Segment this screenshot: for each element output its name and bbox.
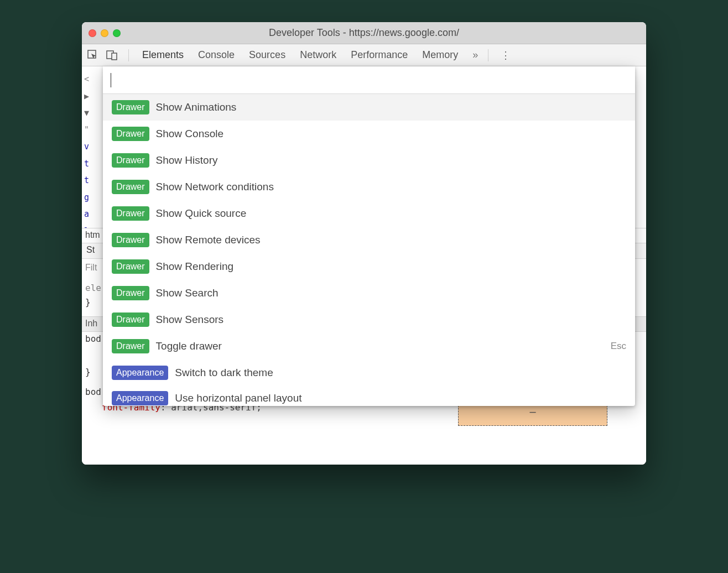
command-menu-item[interactable]: DrawerShow Sensors (103, 306, 635, 333)
command-badge: Drawer (112, 233, 149, 247)
command-label: Show History (156, 154, 626, 166)
command-label: Show Search (156, 287, 626, 299)
more-tabs-icon[interactable]: » (472, 49, 478, 61)
device-toggle-icon[interactable] (106, 50, 118, 61)
command-menu-item[interactable]: AppearanceSwitch to dark theme (103, 360, 635, 386)
svg-rect-2 (112, 53, 117, 60)
command-menu-item[interactable]: DrawerShow Quick source (103, 200, 635, 227)
tab-console[interactable]: Console (198, 49, 235, 61)
command-label: Switch to dark theme (175, 367, 626, 379)
command-menu-item[interactable]: DrawerShow Network conditions (103, 174, 635, 200)
tab-performance[interactable]: Performance (351, 49, 408, 61)
devtools-tabs: Elements Console Sources Network Perform… (142, 49, 478, 61)
settings-kebab-icon[interactable]: ⋮ (501, 49, 511, 61)
command-menu-item[interactable]: DrawerShow Animations (103, 94, 635, 121)
command-menu-item[interactable]: DrawerToggle drawerEsc (103, 333, 635, 360)
command-menu: DrawerShow AnimationsDrawerShow ConsoleD… (103, 66, 635, 406)
command-label: Use horizontal panel layout (175, 392, 626, 404)
devtools-window: Developer Tools - https://news.google.co… (82, 22, 646, 465)
window-titlebar: Developer Tools - https://news.google.co… (82, 22, 646, 44)
command-label: Show Animations (156, 101, 626, 113)
command-label: Show Console (156, 128, 626, 140)
command-badge: Appearance (112, 391, 168, 405)
command-menu-item[interactable]: DrawerShow Rendering (103, 253, 635, 280)
inspect-element-icon[interactable] (87, 50, 98, 61)
command-badge: Drawer (112, 100, 149, 114)
command-badge: Drawer (112, 339, 149, 353)
command-badge: Drawer (112, 312, 149, 327)
text-cursor (111, 73, 111, 87)
command-label: Show Rendering (156, 261, 626, 273)
tab-elements[interactable]: Elements (142, 49, 184, 61)
command-menu-item[interactable]: DrawerShow History (103, 147, 635, 174)
command-badge: Drawer (112, 127, 149, 141)
command-menu-input[interactable] (103, 66, 635, 94)
tab-memory[interactable]: Memory (422, 49, 458, 61)
command-badge: Drawer (112, 286, 149, 300)
command-shortcut: Esc (611, 341, 626, 352)
command-badge: Appearance (112, 366, 168, 380)
command-label: Show Network conditions (156, 181, 626, 193)
command-label: Toggle drawer (156, 340, 604, 352)
command-menu-item[interactable]: AppearanceUse horizontal panel layout (103, 386, 635, 406)
command-menu-item[interactable]: DrawerShow Remote devices (103, 227, 635, 253)
command-menu-item[interactable]: DrawerShow Search (103, 280, 635, 306)
command-menu-list: DrawerShow AnimationsDrawerShow ConsoleD… (103, 94, 635, 406)
command-badge: Drawer (112, 153, 149, 168)
devtools-body: < ▶ ▼ " v t t g a l htm St Filt ele } In… (82, 66, 646, 465)
command-badge: Drawer (112, 180, 149, 194)
command-menu-item[interactable]: DrawerShow Console (103, 121, 635, 147)
command-label: Show Remote devices (156, 234, 626, 246)
toolbar-divider (128, 49, 129, 61)
tab-sources[interactable]: Sources (249, 49, 285, 61)
toolbar-divider (488, 49, 488, 61)
tab-network[interactable]: Network (300, 49, 336, 61)
devtools-toolbar: Elements Console Sources Network Perform… (82, 44, 646, 66)
box-model-value: – (529, 405, 535, 418)
command-label: Show Sensors (156, 314, 626, 326)
command-badge: Drawer (112, 259, 149, 274)
window-title: Developer Tools - https://news.google.co… (82, 27, 646, 39)
command-badge: Drawer (112, 206, 149, 221)
command-label: Show Quick source (156, 207, 626, 220)
